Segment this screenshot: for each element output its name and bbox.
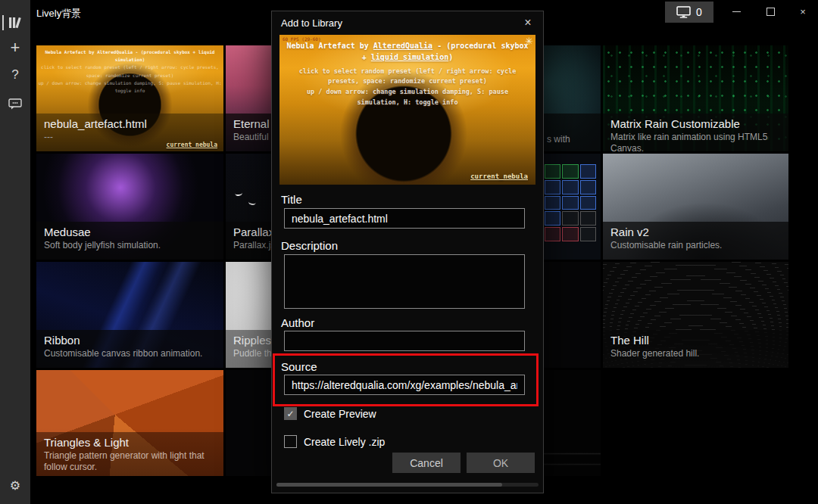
sidebar-item-library[interactable] — [0, 11, 30, 34]
close-icon: × — [524, 16, 531, 30]
tile-nebula-artefact[interactable]: Nebula Artefact by AlteredQualia - (proc… — [36, 45, 223, 151]
help-icon: ? — [11, 67, 18, 82]
monitor-count: 0 — [696, 6, 702, 18]
create-zip-checkbox[interactable] — [284, 435, 297, 448]
tile-subtitle: Customisable canvas ribbon animation. — [44, 348, 216, 359]
maximize-icon — [766, 8, 775, 16]
preview-help-line-2: up / down arrow: change simulation dampi… — [284, 87, 531, 107]
feedback-icon — [8, 98, 22, 110]
monitor-icon — [676, 6, 691, 18]
tile-title: Ribbon — [44, 334, 216, 347]
author-input[interactable] — [284, 331, 525, 351]
preview-help-line-1: click to select random preset (left / ri… — [284, 67, 531, 86]
sidebar-item-add[interactable]: + — [0, 36, 30, 59]
nebula-overlay-text: Nebula Artefact by AlteredQualia - (proc… — [38, 48, 222, 95]
app-title: Lively背景 — [36, 7, 81, 20]
nebula-watermark: current_nebula — [167, 142, 217, 148]
source-input[interactable] — [284, 375, 525, 395]
dialog-horizontal-scrollbar[interactable] — [276, 483, 539, 487]
tile-the-hill[interactable]: The Hill Shader generated hill. — [603, 262, 788, 368]
scrollbar-thumb[interactable] — [276, 483, 502, 487]
tile-title: nebula_artefact.html — [44, 117, 216, 130]
library-icon — [8, 17, 23, 29]
preview-watermark: current_nebula — [470, 173, 528, 180]
tile-subtitle: Triangle pattern generator with light th… — [44, 450, 216, 473]
tile-title: Matrix Rain Customizable — [610, 117, 781, 130]
display-select-button[interactable]: 0 — [665, 2, 713, 23]
dialog-title: Add to Library — [281, 17, 342, 29]
minimize-icon — [732, 11, 741, 12]
create-preview-checkbox[interactable]: ✓ — [284, 407, 297, 420]
tile-ribbon[interactable]: Ribbon Customisable canvas ribbon animat… — [36, 262, 223, 368]
preview-overlay-text: Nebula Artefact by AlteredQualia - (proc… — [284, 41, 531, 107]
tile-title: Medusae — [44, 226, 216, 238]
dialog-close-button[interactable]: × — [519, 14, 537, 32]
preview-heading: Nebula Artefact by AlteredQualia - (proc… — [284, 41, 531, 63]
sidebar: + ? ⚙ — [0, 0, 30, 504]
description-field-label: Description — [281, 239, 338, 252]
cancel-button[interactable]: Cancel — [392, 453, 461, 473]
tile-subtitle: Matrix like rain animation using HTML5 C… — [610, 132, 781, 151]
window-close-button[interactable]: × — [790, 0, 816, 23]
title-input[interactable] — [284, 208, 525, 229]
description-textarea[interactable] — [284, 254, 525, 309]
tile-subtitle: Customisable rain particles. — [610, 240, 781, 251]
title-field-label: Title — [281, 193, 302, 206]
add-to-library-dialog: Add to Library × 60 FPS (29-60) ✳ Nebula… — [271, 11, 544, 493]
minimize-button[interactable] — [723, 0, 749, 23]
gear-icon: ⚙ — [10, 478, 20, 493]
sidebar-item-help[interactable]: ? — [0, 64, 30, 86]
check-icon: ✓ — [286, 409, 294, 419]
tile-triangles-light[interactable]: Triangles & Light Triangle pattern gener… — [36, 370, 223, 476]
tile-subtitle: Shader generated hill. — [610, 348, 781, 359]
close-icon: × — [800, 6, 806, 17]
tile-subtitle: Soft body jellyfish simulation. — [44, 240, 216, 251]
maximize-button[interactable] — [757, 0, 783, 23]
author-field-label: Author — [281, 316, 314, 329]
tile-medusae[interactable]: Medusae Soft body jellyfish simulation. — [36, 154, 223, 260]
create-preview-label: Create Preview — [304, 408, 376, 420]
tile-subtitle-fragment: s with — [547, 134, 570, 145]
tile-matrix-rain[interactable]: Matrix Rain Customizable Matrix like rai… — [603, 45, 788, 151]
tile-title: Rain v2 — [610, 226, 781, 238]
wallpaper-preview: 60 FPS (29-60) ✳ Nebula Artefact by Alte… — [279, 35, 535, 185]
tile-title: The Hill — [610, 334, 781, 347]
tile-rain-v2[interactable]: Rain v2 Customisable rain particles. — [603, 154, 788, 260]
ok-button[interactable]: OK — [467, 453, 535, 473]
source-field-label: Source — [281, 360, 317, 373]
sidebar-item-settings[interactable]: ⚙ — [0, 474, 30, 496]
tile-title: Triangles & Light — [44, 436, 216, 449]
create-zip-label: Create Lively .zip — [304, 436, 385, 448]
plus-icon: + — [11, 38, 20, 58]
sidebar-item-feedback[interactable] — [0, 92, 30, 115]
